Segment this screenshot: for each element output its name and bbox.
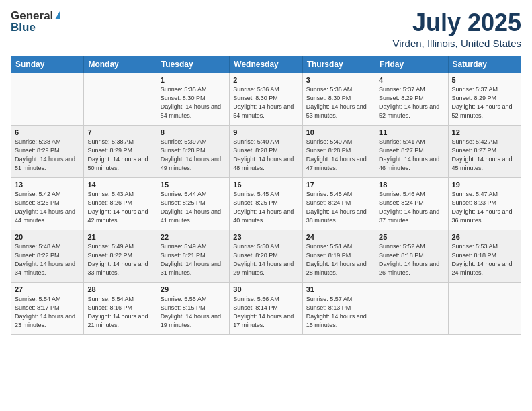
day-number: 25 [379, 233, 444, 241]
calendar-week-5: 27Sunrise: 5:54 AMSunset: 8:17 PMDayligh… [11, 282, 521, 334]
title-block: July 2025 Virden, Illinois, United State… [393, 9, 522, 49]
calendar-day-25: 25Sunrise: 5:52 AMSunset: 8:18 PMDayligh… [375, 230, 448, 282]
col-header-saturday: Saturday [448, 56, 521, 73]
calendar-day-19: 19Sunrise: 5:47 AMSunset: 8:23 PMDayligh… [448, 177, 521, 230]
day-info: Sunrise: 5:43 AMSunset: 8:26 PMDaylight:… [87, 190, 152, 225]
day-number: 23 [233, 233, 298, 241]
day-number: 27 [15, 285, 80, 293]
day-number: 8 [161, 128, 226, 136]
day-info: Sunrise: 5:57 AMSunset: 8:13 PMDaylight:… [306, 295, 371, 330]
day-number: 22 [161, 233, 226, 241]
day-info: Sunrise: 5:42 AMSunset: 8:26 PMDaylight:… [15, 190, 80, 225]
calendar-day-14: 14Sunrise: 5:43 AMSunset: 8:26 PMDayligh… [84, 177, 157, 230]
calendar-day-2: 2Sunrise: 5:36 AMSunset: 8:30 PMDaylight… [230, 73, 302, 125]
day-info: Sunrise: 5:39 AMSunset: 8:28 PMDaylight:… [161, 138, 226, 173]
empty-cell [84, 73, 157, 125]
col-header-wednesday: Wednesday [230, 56, 302, 73]
day-info: Sunrise: 5:40 AMSunset: 8:28 PMDaylight:… [306, 138, 371, 173]
calendar-week-3: 13Sunrise: 5:42 AMSunset: 8:26 PMDayligh… [11, 177, 521, 230]
calendar-day-29: 29Sunrise: 5:55 AMSunset: 8:15 PMDayligh… [157, 282, 229, 334]
calendar-day-30: 30Sunrise: 5:56 AMSunset: 8:14 PMDayligh… [230, 282, 302, 334]
day-number: 13 [15, 181, 80, 189]
calendar-day-22: 22Sunrise: 5:49 AMSunset: 8:21 PMDayligh… [157, 230, 229, 282]
calendar-day-5: 5Sunrise: 5:37 AMSunset: 8:29 PMDaylight… [448, 73, 521, 125]
col-header-tuesday: Tuesday [157, 56, 229, 73]
day-info: Sunrise: 5:36 AMSunset: 8:30 PMDaylight:… [233, 85, 298, 120]
day-number: 1 [161, 76, 226, 84]
empty-cell [375, 282, 448, 334]
calendar-week-2: 6Sunrise: 5:38 AMSunset: 8:29 PMDaylight… [11, 125, 521, 177]
day-number: 18 [379, 181, 444, 189]
day-number: 14 [87, 181, 152, 189]
day-number: 24 [306, 233, 371, 241]
calendar-day-20: 20Sunrise: 5:48 AMSunset: 8:22 PMDayligh… [11, 230, 84, 282]
day-number: 29 [161, 285, 226, 293]
calendar-day-10: 10Sunrise: 5:40 AMSunset: 8:28 PMDayligh… [302, 125, 375, 177]
calendar-day-31: 31Sunrise: 5:57 AMSunset: 8:13 PMDayligh… [302, 282, 375, 334]
day-number: 4 [379, 76, 444, 84]
title-location: Virden, Illinois, United States [393, 38, 522, 49]
calendar-day-9: 9Sunrise: 5:40 AMSunset: 8:28 PMDaylight… [230, 125, 302, 177]
calendar-day-21: 21Sunrise: 5:49 AMSunset: 8:22 PMDayligh… [84, 230, 157, 282]
calendar-day-12: 12Sunrise: 5:42 AMSunset: 8:27 PMDayligh… [448, 125, 521, 177]
calendar-week-4: 20Sunrise: 5:48 AMSunset: 8:22 PMDayligh… [11, 230, 521, 282]
day-number: 17 [306, 181, 371, 189]
day-number: 3 [306, 76, 371, 84]
day-info: Sunrise: 5:49 AMSunset: 8:22 PMDaylight:… [87, 242, 152, 277]
calendar-day-28: 28Sunrise: 5:54 AMSunset: 8:16 PMDayligh… [84, 282, 157, 334]
day-info: Sunrise: 5:55 AMSunset: 8:15 PMDaylight:… [161, 295, 226, 330]
day-info: Sunrise: 5:45 AMSunset: 8:25 PMDaylight:… [233, 190, 298, 225]
calendar-day-1: 1Sunrise: 5:35 AMSunset: 8:30 PMDaylight… [157, 73, 229, 125]
calendar-day-24: 24Sunrise: 5:51 AMSunset: 8:19 PMDayligh… [302, 230, 375, 282]
logo-blue: Blue [11, 21, 36, 34]
day-info: Sunrise: 5:41 AMSunset: 8:27 PMDaylight:… [379, 138, 444, 173]
calendar-header-row: SundayMondayTuesdayWednesdayThursdayFrid… [11, 56, 521, 73]
day-number: 16 [233, 181, 298, 189]
day-number: 9 [233, 128, 298, 136]
title-month: July 2025 [393, 9, 522, 36]
page: General Blue July 2025 Virden, Illinois,… [0, 0, 532, 411]
col-header-friday: Friday [375, 56, 448, 73]
calendar-day-27: 27Sunrise: 5:54 AMSunset: 8:17 PMDayligh… [11, 282, 84, 334]
day-number: 6 [15, 128, 80, 136]
calendar-day-7: 7Sunrise: 5:38 AMSunset: 8:29 PMDaylight… [84, 125, 157, 177]
day-number: 19 [452, 181, 517, 189]
day-info: Sunrise: 5:47 AMSunset: 8:23 PMDaylight:… [452, 190, 517, 225]
day-number: 2 [233, 76, 298, 84]
day-info: Sunrise: 5:42 AMSunset: 8:27 PMDaylight:… [452, 138, 517, 173]
day-number: 15 [161, 181, 226, 189]
day-number: 21 [87, 233, 152, 241]
day-number: 12 [452, 128, 517, 136]
calendar-day-23: 23Sunrise: 5:50 AMSunset: 8:20 PMDayligh… [230, 230, 302, 282]
day-number: 26 [452, 233, 517, 241]
calendar-day-8: 8Sunrise: 5:39 AMSunset: 8:28 PMDaylight… [157, 125, 229, 177]
day-number: 10 [306, 128, 371, 136]
calendar-week-1: 1Sunrise: 5:35 AMSunset: 8:30 PMDaylight… [11, 73, 521, 125]
day-number: 20 [15, 233, 80, 241]
calendar-day-3: 3Sunrise: 5:36 AMSunset: 8:30 PMDaylight… [302, 73, 375, 125]
day-info: Sunrise: 5:54 AMSunset: 8:17 PMDaylight:… [15, 295, 80, 330]
day-info: Sunrise: 5:40 AMSunset: 8:28 PMDaylight:… [233, 138, 298, 173]
day-info: Sunrise: 5:45 AMSunset: 8:24 PMDaylight:… [306, 190, 371, 225]
day-info: Sunrise: 5:48 AMSunset: 8:22 PMDaylight:… [15, 242, 80, 277]
day-number: 28 [87, 285, 152, 293]
day-info: Sunrise: 5:54 AMSunset: 8:16 PMDaylight:… [87, 295, 152, 330]
logo-triangle-icon [55, 11, 60, 19]
day-info: Sunrise: 5:35 AMSunset: 8:30 PMDaylight:… [161, 85, 226, 120]
calendar-day-13: 13Sunrise: 5:42 AMSunset: 8:26 PMDayligh… [11, 177, 84, 230]
calendar-day-4: 4Sunrise: 5:37 AMSunset: 8:29 PMDaylight… [375, 73, 448, 125]
calendar-day-11: 11Sunrise: 5:41 AMSunset: 8:27 PMDayligh… [375, 125, 448, 177]
day-number: 30 [233, 285, 298, 293]
calendar-day-18: 18Sunrise: 5:46 AMSunset: 8:24 PMDayligh… [375, 177, 448, 230]
day-info: Sunrise: 5:49 AMSunset: 8:21 PMDaylight:… [161, 242, 226, 277]
calendar-day-6: 6Sunrise: 5:38 AMSunset: 8:29 PMDaylight… [11, 125, 84, 177]
day-number: 5 [452, 76, 517, 84]
header: General Blue July 2025 Virden, Illinois,… [11, 9, 521, 49]
col-header-sunday: Sunday [11, 56, 84, 73]
empty-cell [448, 282, 521, 334]
day-info: Sunrise: 5:50 AMSunset: 8:20 PMDaylight:… [233, 242, 298, 277]
day-info: Sunrise: 5:51 AMSunset: 8:19 PMDaylight:… [306, 242, 371, 277]
col-header-monday: Monday [84, 56, 157, 73]
day-info: Sunrise: 5:38 AMSunset: 8:29 PMDaylight:… [87, 138, 152, 173]
day-info: Sunrise: 5:53 AMSunset: 8:18 PMDaylight:… [452, 242, 517, 277]
